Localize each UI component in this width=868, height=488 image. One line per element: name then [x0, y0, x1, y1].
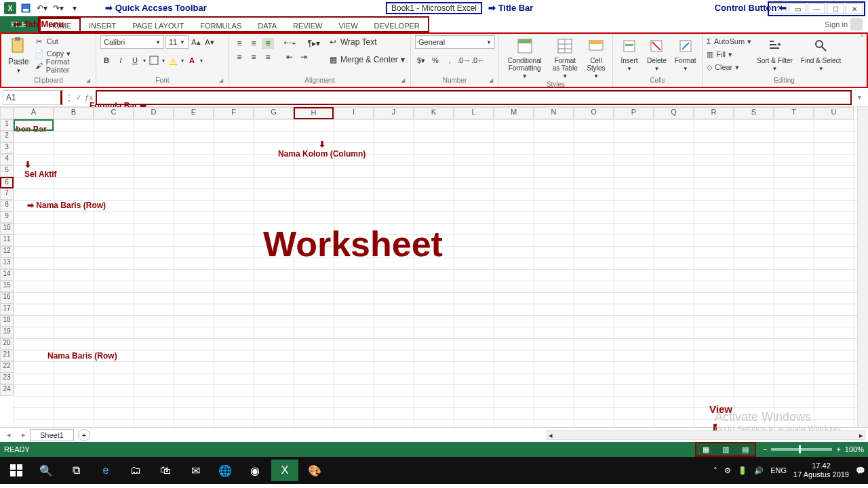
select-all-corner[interactable] — [0, 107, 14, 119]
col-header-K[interactable]: K — [414, 107, 454, 119]
col-header-M[interactable]: M — [494, 107, 534, 119]
row-header-13[interactable]: 13 — [0, 258, 14, 269]
row-header-14[interactable]: 14 — [0, 269, 14, 281]
mail-icon[interactable]: ✉ — [182, 460, 209, 481]
fill-color-button[interactable] — [167, 54, 179, 66]
decrease-indent-button[interactable]: ⇤ — [283, 52, 296, 62]
font-color-button[interactable]: A — [186, 54, 198, 66]
notification-icon[interactable]: 💬 — [856, 466, 865, 475]
col-header-L[interactable]: L — [454, 107, 494, 119]
ltr-button[interactable]: ¶▸▾ — [308, 38, 320, 49]
tab-developer[interactable]: DEVELOPER — [366, 18, 428, 34]
view-pagebreak-button[interactable]: ▤ — [736, 444, 754, 455]
redo-icon[interactable]: ↷▾ — [52, 2, 65, 14]
maximize-button[interactable]: ☐ — [827, 3, 844, 14]
minimize-button[interactable]: — — [808, 3, 825, 14]
view-normal-button[interactable]: ▦ — [697, 444, 715, 455]
tray-chevron-icon[interactable]: ˄ — [713, 466, 717, 475]
row-header-15[interactable]: 15 — [0, 281, 14, 292]
col-header-D[interactable]: D — [134, 107, 174, 119]
clock[interactable]: 17.42 17 Agustus 2019 — [793, 462, 849, 479]
tab-formulas[interactable]: FORMULAS — [192, 18, 250, 34]
accounting-format-button[interactable]: $▾ — [415, 54, 427, 66]
align-top-button[interactable]: ≡ — [233, 38, 245, 49]
row-header-3[interactable]: 3 — [0, 142, 14, 154]
edge-icon[interactable]: e — [92, 460, 119, 481]
font-name-select[interactable]: Calibri▼ — [100, 35, 164, 49]
underline-button[interactable]: U — [129, 54, 141, 66]
store-icon[interactable]: 🛍 — [152, 460, 179, 481]
close-button[interactable]: ✕ — [846, 3, 863, 14]
volume-icon[interactable]: 🔊 — [754, 466, 764, 475]
col-header-T[interactable]: T — [774, 107, 814, 119]
row-header-2[interactable]: 2 — [0, 131, 14, 142]
row-header-5[interactable]: 5 — [0, 165, 14, 177]
row-header-21[interactable]: 21 — [0, 350, 14, 361]
fill-button[interactable]: ▥ Fill ▾ — [707, 48, 751, 60]
row-header-16[interactable]: 16 — [0, 292, 14, 304]
align-middle-button[interactable]: ≡ — [248, 38, 260, 49]
paint-icon[interactable]: 🎨 — [301, 460, 328, 481]
row-header-10[interactable]: 10 — [0, 223, 14, 235]
row-header-4[interactable]: 4 — [0, 154, 14, 165]
borders-button[interactable] — [148, 54, 160, 66]
paste-button[interactable]: Paste▼ — [5, 35, 32, 75]
qat-customize-icon[interactable]: ▾ — [68, 2, 81, 14]
tab-data[interactable]: DATA — [250, 18, 285, 34]
battery-icon[interactable]: 🔋 — [738, 466, 747, 475]
font-size-select[interactable]: 11▼ — [165, 35, 189, 49]
lang-indicator[interactable]: ENG — [770, 466, 787, 474]
active-cell[interactable] — [14, 119, 54, 131]
row-header-9[interactable]: 9 — [0, 211, 14, 223]
bold-button[interactable]: B — [100, 54, 113, 66]
ribbon-toggle-button[interactable]: ▭ — [789, 3, 806, 14]
merge-center-button[interactable]: ▦Merge & Center ▾ — [328, 53, 405, 66]
wifi-icon[interactable]: ⚙ — [724, 466, 731, 475]
row-header-20[interactable]: 20 — [0, 338, 14, 350]
grow-font-button[interactable]: A▴ — [190, 36, 202, 48]
sort-filter-button[interactable]: Sort & Filter▼ — [754, 35, 795, 73]
col-header-E[interactable]: E — [174, 107, 214, 119]
col-header-F[interactable]: F — [214, 107, 254, 119]
row-header-6[interactable]: 6 — [0, 177, 14, 188]
col-header-Q[interactable]: Q — [654, 107, 694, 119]
taskview-icon[interactable]: ⧉ — [62, 460, 90, 481]
clear-button[interactable]: ◇ Clear ▾ — [707, 61, 751, 73]
tab-view[interactable]: VIEW — [330, 18, 366, 34]
col-header-S[interactable]: S — [734, 107, 774, 119]
sheet-tab-sheet1[interactable]: Sheet1 — [30, 429, 74, 441]
dialog-launcher-icon[interactable]: ◢ — [401, 77, 409, 85]
tab-review[interactable]: REVIEW — [285, 18, 330, 34]
col-header-A[interactable]: A — [14, 107, 54, 119]
col-header-I[interactable]: I — [334, 107, 374, 119]
app-icon[interactable]: 🌐 — [212, 460, 239, 481]
tab-insert[interactable]: INSERT — [81, 18, 124, 34]
zoom-in-button[interactable]: + — [836, 445, 840, 453]
dialog-launcher-icon[interactable]: ◢ — [489, 77, 497, 85]
shrink-font-button[interactable]: A▾ — [203, 36, 216, 48]
wrap-text-button[interactable]: ↩Wrap Text — [328, 35, 405, 49]
delete-cells-button[interactable]: Delete▼ — [644, 35, 669, 73]
number-format-select[interactable]: General▼ — [415, 35, 495, 49]
insert-cells-button[interactable]: Insert▼ — [617, 35, 642, 73]
autosum-button[interactable]: Σ AutoSum ▾ — [707, 35, 751, 47]
col-header-B[interactable]: B — [54, 107, 94, 119]
row-header-17[interactable]: 17 — [0, 304, 14, 315]
col-header-H[interactable]: H — [294, 107, 334, 119]
undo-icon[interactable]: ↶▾ — [35, 2, 49, 14]
row-header-18[interactable]: 18 — [0, 315, 14, 327]
signin[interactable]: Sign in — [825, 18, 863, 30]
row-header-12[interactable]: 12 — [0, 246, 14, 258]
format-painter-button[interactable]: 🖌Format Painter — [35, 60, 92, 72]
comma-button[interactable]: , — [443, 54, 456, 66]
row-header-1[interactable]: 1 — [0, 119, 14, 131]
find-select-button[interactable]: Find & Select▼ — [798, 35, 844, 73]
cut-button[interactable]: ✂Cut — [35, 35, 92, 47]
help-button[interactable]: ? — [770, 3, 787, 14]
italic-button[interactable]: I — [115, 54, 127, 66]
row-header-24[interactable]: 24 — [0, 384, 14, 396]
row-header-7[interactable]: 7 — [0, 188, 14, 200]
start-button[interactable] — [3, 460, 30, 481]
sheet-nav-prev[interactable]: ◂ — [0, 430, 18, 439]
conditional-formatting-button[interactable]: Conditional Formatting▼ — [503, 35, 547, 81]
